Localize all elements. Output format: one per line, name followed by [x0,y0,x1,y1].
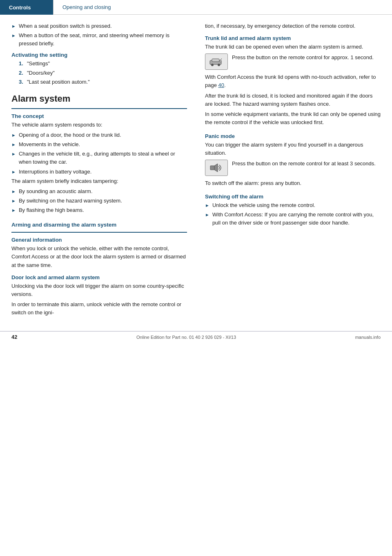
main-content: ► When a seat position switch is pressed… [0,15,392,319]
trunk-icon-row: Press the button on the remote control f… [205,53,381,70]
bullet-arrow-icon: ► [11,141,16,148]
car-remote-icon-box [205,53,228,70]
svg-rect-4 [220,60,221,62]
tampering-bullet-1-text: By sounding an acoustic alarm. [19,187,93,196]
step-2-text: "Doors/key" [27,69,55,77]
step-3-num: 3. [19,78,27,86]
intro-bullet-2-text: When a button of the seat, mirror, and s… [19,31,187,48]
panic-text2: To switch off the alarm: press any butto… [205,179,381,187]
alarm-system-heading: Alarm system [11,93,187,104]
activating-steps-list: 1. "Settings" 2. "Doors/key" 3. "Last se… [19,60,187,86]
trunk-text2: With Comfort Access the trunk lid opens … [205,73,381,89]
bullet-arrow-icon: ► [205,211,209,218]
bullet-arrow-icon: ► [11,32,16,39]
concept-bullet-1-text: Opening of a door, the hood or the trunk… [19,131,121,139]
page-header: Controls Opening and closing [0,0,392,15]
svg-point-2 [211,64,214,66]
tampering-bullet-2-text: By switching on the hazard warning syste… [19,197,122,205]
concept-intro: The vehicle alarm system responds to: [11,121,187,129]
bullet-arrow-icon: ► [11,198,16,205]
concept-bullet-1: ► Opening of a door, the hood or the tru… [11,131,187,139]
bullet-arrow-icon: ► [11,188,16,195]
svg-marker-7 [214,164,218,172]
trunk-text1: The trunk lid can be opened even when th… [205,43,381,51]
general-info-text: When you lock or unlock the vehicle, eit… [11,245,187,269]
svg-rect-1 [212,59,219,62]
bullet-arrow-icon: ► [11,207,16,214]
concept-heading: The concept [11,113,187,119]
panic-icon-text: Press the button on the remote control f… [232,160,376,168]
panic-text1: You can trigger the alarm system if you … [205,141,381,157]
bullet-arrow-icon: ► [11,132,16,139]
step-3: 3. "Last seat position autom." [19,78,187,86]
header-section-tab: Opening and closing [53,0,392,15]
panic-button-icon-box [205,160,228,176]
concept-bullet-3-text: Changes in the vehicle tilt, e.g., durin… [19,150,187,166]
switching-bullet-1: ► Unlock the vehicle using the remote co… [205,201,381,209]
tampering-bullet-3: ► By flashing the high beams. [11,206,187,214]
trunk-text4: In some vehicle equipment variants, the … [205,110,381,127]
arming-heading: Arming and disarming the alarm system [11,222,187,228]
alarm-divider [11,108,187,109]
bullet-arrow-icon: ► [205,202,209,209]
concept-bullet-2-text: Movements in the vehicle. [19,140,80,149]
bullet-arrow-icon: ► [11,169,16,176]
svg-rect-6 [210,166,214,170]
edition-text: Online Edition for Part no. 01 40 2 926 … [136,335,236,340]
switching-heading: Switching off the alarm [205,193,381,200]
footer-logo: manuals.info [355,335,381,340]
step-2: 2. "Doors/key" [19,69,187,77]
concept-bullet-4: ► Interruptions in battery voltage. [11,168,187,176]
intro-bullet-1-text: When a seat position switch is pressed. [19,22,112,30]
page-number: 42 [11,334,17,340]
header-controls-tab: Controls [0,0,53,15]
svg-point-3 [218,64,220,66]
concept-bullet-3: ► Changes in the vehicle tilt, e.g., dur… [11,150,187,166]
door-lock-text2: In order to terminate this alarm, unlock… [11,300,187,317]
intro-bullet-2: ► When a button of the seat, mirror, and… [11,31,187,48]
step-1: 1. "Settings" [19,60,187,68]
trunk-text3: After the trunk lid is closed, it is loc… [205,92,381,108]
step-2-num: 2. [19,69,27,77]
panic-heading: Panic mode [205,133,381,139]
step-1-num: 1. [19,60,27,68]
door-lock-text1: Unlocking via the door lock will trigger… [11,282,187,298]
tampering-bullet-2: ► By switching on the hazard warning sys… [11,197,187,205]
trunk-heading: Trunk lid and armed alarm system [205,35,381,41]
door-lock-heading: Door lock and armed alarm system [11,274,187,280]
activating-heading: Activating the setting [11,52,187,58]
switching-bullet-2: ► With Comfort Access: If you are carryi… [205,211,381,227]
right-column: tion, if necessary, by emergency detecti… [196,22,392,319]
section-label: Opening and closing [62,4,111,10]
svg-line-5 [220,58,222,60]
arming-divider [11,232,187,233]
page-footer: 42 Online Edition for Part no. 01 40 2 9… [0,331,392,342]
step-1-text: "Settings" [27,60,50,68]
tampering-bullet-1: ► By sounding an acoustic alarm. [11,187,187,196]
step-3-text: "Last seat position autom." [27,78,90,86]
concept-bullet-2: ► Movements in the vehicle. [11,140,187,149]
controls-label: Controls [9,4,31,11]
general-info-heading: General information [11,237,187,243]
door-lock-cont: tion, if necessary, by emergency detecti… [205,22,381,30]
switching-bullet-1-text: Unlock the vehicle using the remote cont… [212,201,315,209]
intro-bullet-1: ► When a seat position switch is pressed… [11,22,187,30]
panic-button-icon [209,162,224,173]
bullet-arrow-icon: ► [11,23,16,30]
tampering-bullet-3-text: By flashing the high beams. [19,206,84,214]
page-ref-link[interactable]: 40 [218,82,224,88]
bullet-arrow-icon: ► [11,151,16,158]
switching-bullet-2-text: With Comfort Access: If you are carrying… [212,211,381,227]
left-column: ► When a seat position switch is pressed… [0,22,196,319]
panic-icon-row: Press the button on the remote control f… [205,160,381,176]
tampering-intro: The alarm system briefly indicates tampe… [11,177,187,185]
trunk-icon-text: Press the button on the remote control f… [232,53,374,62]
car-remote-icon [209,56,224,67]
concept-bullet-4-text: Interruptions in battery voltage. [19,168,92,176]
